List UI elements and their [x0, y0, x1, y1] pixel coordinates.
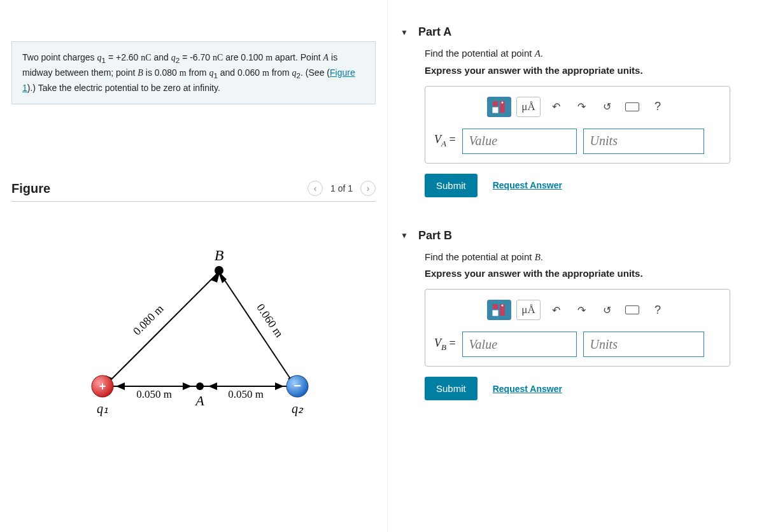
svg-text:q₁: q₁	[97, 402, 108, 416]
part-b-submit-button[interactable]: Submit	[425, 377, 478, 400]
figure-diagram: + − B A q₁ q₂ 0.080 m 0.060 m 0.050 m 0.…	[11, 221, 376, 431]
reset-icon[interactable]: ↺	[597, 300, 617, 320]
svg-point-30	[502, 305, 504, 307]
svg-rect-28	[493, 311, 498, 316]
part-b-answer-block: μÅ ↶ ↷ ↺ ? VB =	[425, 289, 730, 367]
svg-rect-27	[493, 304, 498, 309]
help-icon[interactable]: ?	[647, 300, 668, 320]
part-a-instruction: Find the potential at point A.	[425, 46, 751, 61]
redo-icon[interactable]: ↷	[571, 300, 591, 320]
problem-statement: Two point charges q1 = +2.60 nC and q2 =…	[11, 41, 376, 104]
part-b-value-input[interactable]	[462, 332, 577, 357]
reset-icon[interactable]: ↺	[597, 97, 617, 117]
keyboard-icon[interactable]	[622, 300, 642, 320]
part-a-submit-button[interactable]: Submit	[425, 174, 478, 197]
part-a-title: Part A	[418, 25, 451, 39]
part-b-units-instruction: Express your answer with the appropriate…	[425, 268, 751, 279]
part-b-section: ▼ Part B Find the potential at point B. …	[388, 223, 751, 414]
figure-section: Figure ‹ 1 of 1 ›	[6, 181, 381, 431]
svg-text:−: −	[294, 379, 301, 393]
svg-rect-24	[493, 108, 498, 113]
svg-point-9	[215, 266, 223, 275]
svg-text:A: A	[194, 393, 204, 409]
redo-icon[interactable]: ↷	[571, 97, 591, 117]
svg-line-0	[104, 272, 219, 386]
figure-next-button[interactable]: ›	[360, 181, 376, 196]
svg-text:0.050 m: 0.050 m	[228, 388, 264, 400]
part-b-request-answer-link[interactable]: Request Answer	[493, 384, 562, 394]
svg-point-10	[196, 382, 204, 390]
part-a-answer-block: μÅ ↶ ↷ ↺ ? VA =	[425, 86, 730, 164]
svg-point-26	[502, 101, 504, 103]
figure-counter: 1 of 1	[330, 183, 353, 193]
units-icon[interactable]: μÅ	[516, 97, 541, 117]
units-icon[interactable]: μÅ	[516, 300, 541, 320]
svg-text:q₂: q₂	[292, 402, 304, 416]
part-b-title: Part B	[418, 229, 452, 242]
part-a-request-answer-link[interactable]: Request Answer	[493, 180, 562, 190]
templates-icon[interactable]	[487, 300, 511, 320]
templates-icon[interactable]	[487, 97, 511, 117]
keyboard-icon[interactable]	[622, 97, 642, 117]
part-a-var-label: VA =	[434, 133, 456, 149]
svg-text:0.050 m: 0.050 m	[136, 388, 172, 400]
svg-rect-23	[493, 101, 498, 106]
left-panel: Two point charges q1 = +2.60 nC and q2 =…	[0, 0, 387, 532]
right-panel: ▼ Part A Find the potential at point A. …	[387, 0, 764, 532]
figure-title: Figure	[11, 181, 50, 196]
collapse-caret-icon[interactable]: ▼	[400, 28, 408, 37]
collapse-caret-icon[interactable]: ▼	[400, 231, 408, 240]
svg-text:0.080 m: 0.080 m	[131, 302, 166, 338]
part-a-units-instruction: Express your answer with the appropriate…	[425, 65, 751, 76]
svg-text:B: B	[215, 247, 224, 263]
svg-text:0.060 m: 0.060 m	[254, 302, 286, 340]
undo-icon[interactable]: ↶	[546, 300, 566, 320]
part-b-instruction: Find the potential at point B.	[425, 250, 751, 265]
help-icon[interactable]: ?	[647, 97, 668, 117]
part-a-units-input[interactable]	[583, 129, 704, 154]
part-a-section: ▼ Part A Find the potential at point A. …	[388, 19, 751, 210]
undo-icon[interactable]: ↶	[546, 97, 566, 117]
svg-text:+: +	[99, 380, 106, 393]
figure-prev-button[interactable]: ‹	[308, 181, 323, 196]
part-b-var-label: VB =	[434, 337, 456, 353]
part-a-value-input[interactable]	[462, 129, 577, 154]
part-a-toolbar: μÅ ↶ ↷ ↺ ?	[434, 97, 721, 117]
part-b-units-input[interactable]	[583, 332, 704, 357]
part-b-toolbar: μÅ ↶ ↷ ↺ ?	[434, 300, 721, 320]
